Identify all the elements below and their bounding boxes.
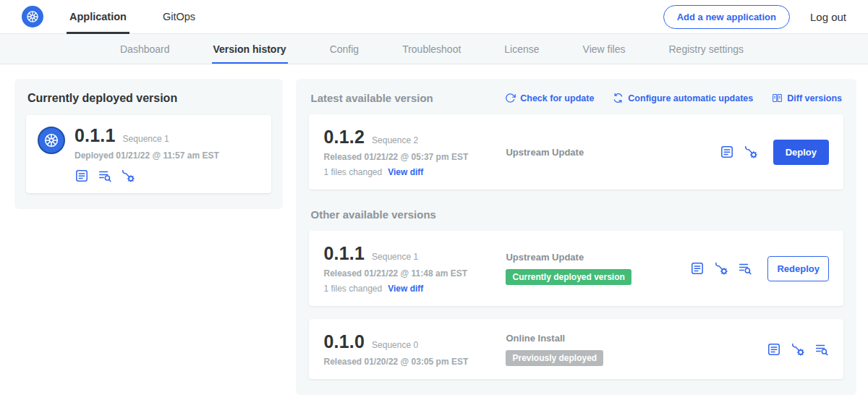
version-source-label: Upstream Update xyxy=(506,252,690,263)
deploy-button[interactable]: Deploy xyxy=(773,140,829,165)
version-number: 0.1.2 xyxy=(323,127,365,148)
configure-automatic-updates-label: Configure automatic updates xyxy=(628,93,753,103)
version-row-actions: Deploy xyxy=(720,140,829,165)
automatic-updates-icon xyxy=(613,93,624,103)
view-diff-link[interactable]: View diff xyxy=(388,167,423,177)
version-row-actions: Redeploy xyxy=(690,256,829,281)
deployed-version-card: 0.1.1 Sequence 1 Deployed 01/21/22 @ 11:… xyxy=(26,115,271,193)
deploy-logs-icon[interactable] xyxy=(738,261,752,276)
subnav-tab-dashboard[interactable]: Dashboard xyxy=(119,34,171,64)
version-number: 0.1.1 xyxy=(323,243,365,264)
version-row-actions xyxy=(767,342,829,357)
version-source-label: Online Install xyxy=(506,333,690,344)
version-row-0-1-0: 0.1.0 Sequence 0 Released 01/20/22 @ 03:… xyxy=(309,319,843,379)
files-changed-label: 1 files changed xyxy=(323,284,382,294)
sequence-label: Sequence 1 xyxy=(372,252,418,262)
diff-versions-label: Diff versions xyxy=(787,93,842,103)
edit-config-icon[interactable] xyxy=(714,261,728,276)
files-changed-label: 1 files changed xyxy=(323,167,382,177)
kubernetes-logo xyxy=(22,6,43,27)
diff-versions-icon xyxy=(772,93,783,103)
subnav-tab-view-files[interactable]: View files xyxy=(582,34,627,64)
subnav-tab-config[interactable]: Config xyxy=(328,34,360,64)
version-row-0-1-2: 0.1.2 Sequence 2 Released 01/21/22 @ 05:… xyxy=(309,114,843,190)
deployed-sequence-label: Sequence 1 xyxy=(123,134,169,144)
view-diff-link[interactable]: View diff xyxy=(388,284,423,294)
sequence-label: Sequence 2 xyxy=(372,135,418,145)
edit-config-icon[interactable] xyxy=(121,169,135,183)
deploy-logs-icon[interactable] xyxy=(814,342,829,357)
currently-deployed-panel: Currently deployed version 0.1.1 Sequenc… xyxy=(14,79,283,209)
release-notes-icon[interactable] xyxy=(767,342,781,357)
subnav-tab-version-history[interactable]: Version history xyxy=(212,34,288,64)
previously-deployed-badge: Previously deployed xyxy=(506,350,603,366)
redeploy-button[interactable]: Redeploy xyxy=(767,256,829,281)
deploy-logs-icon[interactable] xyxy=(98,169,112,183)
edit-config-icon[interactable] xyxy=(744,145,758,159)
configure-automatic-updates-link[interactable]: Configure automatic updates xyxy=(613,93,753,103)
released-date: Released 01/21/22 @ 05:37 pm EST xyxy=(323,152,506,162)
release-notes-icon[interactable] xyxy=(75,169,89,183)
add-application-button[interactable]: Add a new application xyxy=(663,5,790,29)
top-navbar: Application GitOps Add a new application… xyxy=(0,0,868,34)
available-versions-panel: Latest available version Check for updat… xyxy=(296,79,856,395)
check-for-update-label: Check for update xyxy=(520,93,594,103)
subnav-tab-license[interactable]: License xyxy=(503,34,540,64)
edit-config-icon[interactable] xyxy=(791,342,805,357)
released-date: Released 01/21/22 @ 11:48 am EST xyxy=(323,268,506,279)
deployed-panel-title: Currently deployed version xyxy=(27,92,271,105)
other-available-title: Other available versions xyxy=(310,208,842,221)
release-notes-icon[interactable] xyxy=(720,145,734,159)
refresh-icon xyxy=(505,93,516,103)
subnav-tab-registry-settings[interactable]: Registry settings xyxy=(667,34,744,64)
deployed-date: Deployed 01/21/22 @ 11:57 am EST xyxy=(75,150,219,161)
version-source-label: Upstream Update xyxy=(506,147,690,158)
logout-link[interactable]: Log out xyxy=(810,11,846,23)
panel-action-links: Check for update Configure automatic upd… xyxy=(505,93,842,103)
release-notes-icon[interactable] xyxy=(690,261,705,276)
subnav-tab-troubleshoot[interactable]: Troubleshoot xyxy=(401,34,462,64)
released-date: Released 01/20/22 @ 03:05 pm EST xyxy=(323,357,506,367)
available-panel-header: Latest available version Check for updat… xyxy=(310,92,842,104)
version-number: 0.1.0 xyxy=(323,331,365,352)
app-subnav: Dashboard Version history Config Trouble… xyxy=(0,34,868,64)
currently-deployed-badge: Currently deployed version xyxy=(506,269,631,285)
check-for-update-link[interactable]: Check for update xyxy=(505,93,594,103)
tab-gitops[interactable]: GitOps xyxy=(160,0,198,33)
tab-application[interactable]: Application xyxy=(67,0,129,33)
latest-available-title: Latest available version xyxy=(310,92,433,104)
top-tabs: Application GitOps xyxy=(67,0,229,33)
app-kubernetes-icon xyxy=(38,127,65,154)
sequence-label: Sequence 0 xyxy=(372,340,418,350)
deployed-card-actions xyxy=(75,169,219,183)
version-row-0-1-1: 0.1.1 Sequence 1 Released 01/21/22 @ 11:… xyxy=(309,231,843,306)
version-history-page: Currently deployed version 0.1.1 Sequenc… xyxy=(0,64,868,408)
diff-versions-link[interactable]: Diff versions xyxy=(772,93,842,103)
deployed-version-number: 0.1.1 xyxy=(75,125,116,146)
